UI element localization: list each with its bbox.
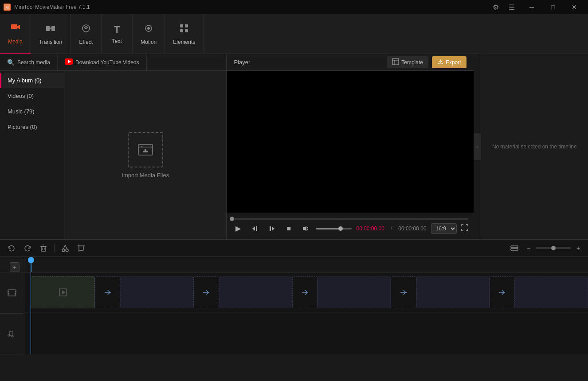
- video-clip-empty-5[interactable]: [515, 276, 588, 308]
- toolbar-text-label: Text: [112, 38, 122, 44]
- controls-row: ▶ ■ 00:00:00.00 / 00:00:00.00: [232, 222, 468, 235]
- export-label: Export: [446, 59, 461, 66]
- aspect-ratio-select[interactable]: 16:9 4:3 1:1 9:16: [431, 223, 457, 234]
- text-icon: T: [114, 24, 120, 35]
- crop-button[interactable]: [74, 241, 88, 255]
- svg-rect-27: [41, 246, 46, 251]
- menu-button[interactable]: ☰: [506, 1, 518, 13]
- player-header: Player Template Export: [227, 54, 473, 71]
- zoom-out-button[interactable]: −: [523, 243, 534, 253]
- video-transition-1[interactable]: [95, 276, 120, 308]
- titlebar-controls: ─ □ ✕: [521, 0, 584, 14]
- timeline-ruler[interactable]: [24, 257, 588, 272]
- svg-rect-3: [46, 26, 50, 31]
- timeline-cursor: [31, 257, 31, 272]
- svg-rect-10: [185, 24, 188, 27]
- youtube-label: Download YouTube Videos: [75, 59, 139, 66]
- progress-bar[interactable]: [232, 218, 468, 220]
- video-clip-empty-3[interactable]: [318, 276, 391, 308]
- stop-button[interactable]: ■: [282, 222, 295, 235]
- svg-rect-43: [8, 290, 16, 296]
- close-button[interactable]: ✕: [564, 0, 584, 14]
- export-button[interactable]: Export: [432, 56, 466, 68]
- next-frame-button[interactable]: [266, 222, 278, 235]
- delete-button[interactable]: [36, 241, 51, 255]
- time-total: 00:00:00.00: [398, 225, 426, 232]
- sidebar-item-album[interactable]: My Album (0): [0, 73, 64, 88]
- zoom-thumb: [551, 246, 556, 250]
- split-tracks-button[interactable]: [507, 241, 521, 255]
- titlebar: M MiniTool MovieMaker Free 7.1.1 ⚙ ☰ ─ □…: [0, 0, 588, 14]
- toolbar-elements-label: Elements: [173, 39, 195, 45]
- video-clip-empty-4[interactable]: [416, 276, 490, 308]
- video-transition-4[interactable]: [391, 276, 416, 308]
- collapse-button[interactable]: ›: [474, 133, 481, 160]
- sidebar-item-pictures[interactable]: Pictures (0): [0, 119, 64, 135]
- video-clip-main[interactable]: [31, 276, 95, 308]
- bottom-toolbar: − +: [0, 239, 588, 257]
- effect-icon: [81, 23, 91, 36]
- svg-text:M: M: [5, 5, 9, 10]
- toolbar-item-media[interactable]: Media: [0, 14, 31, 54]
- svg-point-33: [66, 249, 68, 252]
- sidebar-item-music[interactable]: Music (79): [0, 104, 64, 119]
- toolbar-item-elements[interactable]: Elements: [165, 14, 204, 54]
- timeline-labels: +: [0, 257, 24, 354]
- toolbar-item-text[interactable]: T Text: [102, 14, 133, 54]
- video-clip-empty-1[interactable]: [120, 276, 193, 308]
- elements-icon: [179, 23, 189, 36]
- video-transition-5[interactable]: [490, 276, 515, 308]
- youtube-download-btn[interactable]: Download YouTube Videos: [58, 54, 146, 70]
- play-button[interactable]: ▶: [232, 222, 244, 235]
- svg-point-8: [147, 27, 150, 30]
- timeline: +: [0, 257, 588, 354]
- svg-point-6: [85, 27, 87, 29]
- undo-button[interactable]: [4, 241, 19, 255]
- svg-rect-41: [511, 246, 518, 248]
- zoom-in-button[interactable]: +: [573, 243, 584, 253]
- toolbar-media-label: Media: [8, 39, 23, 45]
- maximize-button[interactable]: □: [543, 0, 563, 14]
- search-media-label: Search media: [17, 59, 50, 66]
- template-button[interactable]: Template: [387, 56, 428, 68]
- toolbar-effect-label: Effect: [79, 39, 93, 45]
- video-transition-3[interactable]: [292, 276, 318, 308]
- collapse-panel: ›: [474, 54, 481, 239]
- motion-icon: [143, 23, 154, 36]
- add-track-button[interactable]: +: [10, 262, 20, 272]
- export-icon: [437, 58, 443, 66]
- import-icon: [128, 132, 163, 167]
- zoom-controls: − +: [507, 241, 584, 255]
- progress-thumb: [230, 217, 234, 221]
- volume-button[interactable]: [299, 222, 312, 235]
- app-title: MiniTool MovieMaker Free 7.1.1: [14, 4, 90, 10]
- prev-frame-button[interactable]: [249, 222, 261, 235]
- import-label: Import Media Files: [122, 172, 169, 179]
- zoom-slider[interactable]: [536, 247, 571, 249]
- left-panel: 🔍 Search media Download YouTube Videos M…: [0, 54, 227, 239]
- audio-track-row: [24, 312, 588, 352]
- settings-button[interactable]: ⚙: [490, 1, 502, 13]
- svg-marker-50: [62, 291, 66, 294]
- titlebar-left: M MiniTool MovieMaker Free 7.1.1: [4, 4, 90, 11]
- toolbar-item-transition[interactable]: Transition: [31, 14, 71, 54]
- svg-rect-47: [15, 293, 16, 295]
- search-icon: 🔍: [7, 59, 15, 66]
- sidebar-item-videos[interactable]: Videos (0): [0, 88, 64, 104]
- import-media-box[interactable]: Import Media Files: [122, 132, 169, 179]
- redo-button[interactable]: [20, 241, 35, 255]
- toolbar-item-effect[interactable]: Effect: [71, 14, 102, 54]
- fullscreen-button[interactable]: [461, 224, 468, 233]
- video-transition-2[interactable]: [193, 276, 219, 308]
- volume-slider[interactable]: [316, 228, 352, 229]
- add-track-area: +: [0, 257, 24, 272]
- volume-fill: [316, 228, 341, 229]
- left-content: My Album (0) Videos (0) Music (79) Pictu…: [0, 71, 226, 239]
- cut-button[interactable]: [58, 241, 72, 255]
- search-media-btn[interactable]: 🔍 Search media: [0, 54, 58, 70]
- toolbar-item-motion[interactable]: Motion: [133, 14, 165, 54]
- svg-rect-9: [180, 24, 183, 27]
- minimize-button[interactable]: ─: [521, 0, 542, 14]
- app-icon: M: [4, 4, 11, 11]
- video-clip-empty-2[interactable]: [219, 276, 292, 308]
